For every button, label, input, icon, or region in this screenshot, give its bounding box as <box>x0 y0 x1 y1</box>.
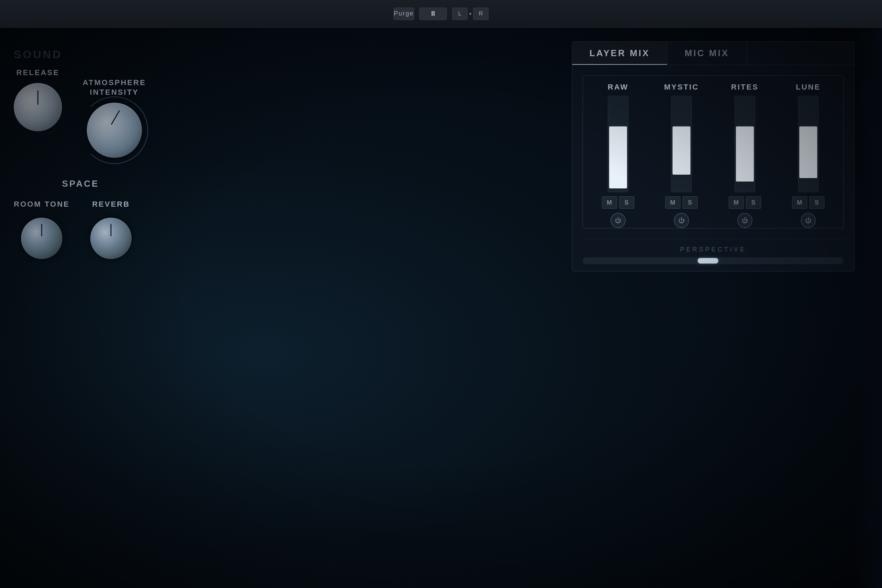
lune-fader-thumb[interactable] <box>800 126 817 178</box>
faders-row: RAW M S ⏻ <box>590 82 837 228</box>
rites-m-button[interactable]: M <box>729 196 744 209</box>
reverb-knob-container: REVERB <box>90 200 132 260</box>
top-bar-controls: Purge II L R <box>393 8 489 20</box>
mystic-fader-thumb[interactable] <box>672 126 690 175</box>
main-content: SOUND RELEASE ATMOSPHERE INTENSITY SPAC <box>0 27 882 588</box>
lune-power-button[interactable]: ⏻ <box>801 213 816 228</box>
sound-label: SOUND <box>14 48 186 61</box>
atmosphere-knob[interactable] <box>87 103 142 158</box>
reverb-label: REVERB <box>92 200 130 209</box>
atmosphere-knob-wrapper <box>87 103 142 158</box>
perspective-slider[interactable] <box>583 257 844 264</box>
room-tone-knob[interactable] <box>21 218 62 259</box>
top-bar: Purge II L R <box>0 0 882 27</box>
lune-ms-buttons: M S <box>792 196 825 209</box>
lune-fader-track[interactable] <box>798 96 819 192</box>
tab-layer-mix[interactable]: LAYER MIX <box>572 42 668 65</box>
purge-button[interactable]: Purge <box>393 8 414 20</box>
rites-ms-buttons: M S <box>729 196 761 209</box>
perspective-section: PERSPECTIVE <box>583 239 844 264</box>
lune-label: LUNE <box>796 82 820 92</box>
channel-lune: LUNE M S ⏻ <box>780 82 837 228</box>
raw-fader-thumb[interactable] <box>609 126 627 188</box>
release-knob[interactable] <box>14 83 62 131</box>
lune-s-button[interactable]: S <box>809 196 825 209</box>
atmosphere-knob-container: ATMOSPHERE INTENSITY <box>82 68 146 158</box>
mystic-power-button[interactable]: ⏻ <box>674 213 689 228</box>
mode-button[interactable]: II <box>419 8 447 20</box>
raw-fader-track[interactable] <box>608 96 628 192</box>
r-button[interactable]: R <box>473 8 489 20</box>
reverb-knob[interactable] <box>90 218 132 259</box>
raw-power-button[interactable]: ⏻ <box>610 213 626 228</box>
tab-mic-mix[interactable]: MIC MIX <box>668 42 747 65</box>
mystic-fader-track[interactable] <box>671 96 692 192</box>
bottom-knobs-row: ROOM TONE REVERB <box>14 200 186 260</box>
lr-divider <box>469 13 471 15</box>
tab-bar: LAYER MIX MIC MIX <box>572 41 854 65</box>
sound-section: SOUND <box>14 48 186 61</box>
mystic-m-button[interactable]: M <box>665 196 681 209</box>
channel-mystic: MYSTIC M S ⏻ <box>653 82 710 228</box>
l-button[interactable]: L <box>452 8 468 20</box>
room-tone-label: ROOM TONE <box>14 200 70 209</box>
lr-controls: L R <box>452 8 489 20</box>
atmosphere-label: ATMOSPHERE INTENSITY <box>82 68 146 98</box>
right-panel: LAYER MIX MIC MIX RAW <box>572 41 854 282</box>
perspective-thumb[interactable] <box>698 258 718 264</box>
room-tone-knob-container: ROOM TONE <box>14 200 70 260</box>
release-knob-container: RELEASE <box>14 68 62 131</box>
raw-label: RAW <box>608 82 628 92</box>
purge-label: Purge <box>394 10 414 17</box>
top-knobs-row: RELEASE ATMOSPHERE INTENSITY <box>14 68 186 158</box>
space-label: SPACE <box>62 178 186 189</box>
rites-label: RITES <box>731 82 759 92</box>
release-label: RELEASE <box>16 68 60 78</box>
rites-fader-track[interactable] <box>735 96 755 192</box>
channel-raw: RAW M S ⏻ <box>590 82 646 228</box>
rites-s-button[interactable]: S <box>746 196 761 209</box>
perspective-label: PERSPECTIVE <box>583 246 844 253</box>
lune-m-button[interactable]: M <box>792 196 807 209</box>
left-panel: SOUND RELEASE ATMOSPHERE INTENSITY SPAC <box>0 27 200 588</box>
mystic-ms-buttons: M S <box>665 196 698 209</box>
raw-m-button[interactable]: M <box>602 196 617 209</box>
rites-power-button[interactable]: ⏻ <box>737 213 753 228</box>
raw-ms-buttons: M S <box>602 196 634 209</box>
rites-fader-thumb[interactable] <box>736 126 754 182</box>
layer-mix-area: RAW M S ⏻ <box>583 75 844 228</box>
mode-label: II <box>431 10 435 18</box>
raw-s-button[interactable]: S <box>619 196 634 209</box>
mystic-s-button[interactable]: S <box>682 196 698 209</box>
mix-panel: RAW M S ⏻ <box>572 65 854 272</box>
channel-rites: RITES M S ⏻ <box>717 82 773 228</box>
mystic-label: MYSTIC <box>664 82 699 92</box>
